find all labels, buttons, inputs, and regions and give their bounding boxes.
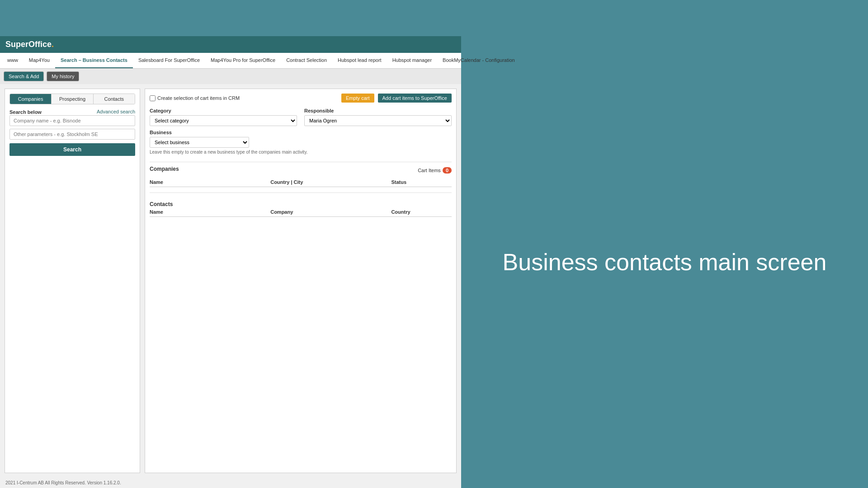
search-section-title: Search below: [9, 109, 42, 115]
responsible-select[interactable]: Maria Ogren: [304, 115, 452, 126]
responsible-label: Responsible: [304, 108, 452, 113]
logo-dot: .: [52, 40, 54, 49]
nav-tab-salesboard[interactable]: Salesboard For SuperOffice: [133, 53, 205, 68]
business-label: Business: [150, 130, 452, 135]
add-to-crm-button[interactable]: Add cart items to SuperOffice: [378, 94, 452, 103]
contacts-col-country: Country: [391, 209, 452, 215]
tab-companies[interactable]: Companies: [10, 94, 52, 104]
empty-cart-button[interactable]: Empty cart: [341, 94, 374, 103]
cart-checkbox[interactable]: [150, 95, 156, 101]
cart-items-row: Companies Cart Items 0: [150, 166, 452, 175]
nav-tab-hubspot-manager[interactable]: Hubspot manager: [387, 53, 437, 68]
business-section: Business Select business Leave this empt…: [150, 130, 452, 155]
contacts-table-header: Name Company Country: [150, 207, 452, 217]
category-filter: Category Select category: [150, 108, 297, 126]
companies-col-status: Status: [391, 179, 452, 185]
companies-table-header: Name Country | City Status: [150, 178, 452, 187]
nav-tab-map4you-pro[interactable]: Map4You Pro for SuperOffice: [205, 53, 281, 68]
nav-tab-hubspot-lead[interactable]: Hubspot lead report: [332, 53, 387, 68]
business-select[interactable]: Select business: [150, 137, 249, 148]
nav-tab-www[interactable]: www: [2, 53, 24, 68]
tab-prospecting[interactable]: Prospecting: [52, 94, 93, 104]
responsible-filter: Responsible Maria Ogren: [304, 108, 452, 126]
results-panel: Create selection of cart items in CRM Em…: [145, 89, 457, 473]
contacts-col-company: Company: [270, 209, 391, 215]
nav-tab-map4you[interactable]: Map4You: [24, 53, 55, 68]
nav-tab-contract[interactable]: Contract Selection: [281, 53, 332, 68]
contacts-title: Contacts: [150, 201, 173, 207]
search-add-button[interactable]: Search & Add: [4, 71, 44, 81]
search-inputs: [9, 115, 135, 140]
cart-bar: Create selection of cart items in CRM Em…: [150, 94, 452, 103]
logo-text: SuperOffice: [5, 40, 52, 49]
search-panel: Companies Prospecting Contacts Search be…: [5, 89, 140, 473]
tab-contacts[interactable]: Contacts: [94, 94, 135, 104]
search-button[interactable]: Search: [9, 143, 135, 156]
divider-1: [150, 162, 452, 162]
footer-text: 2021 I-Centrum AB All Rights Reserved. V…: [5, 480, 121, 485]
business-hint: Leave this empty to create a new busines…: [150, 150, 452, 155]
companies-col-country-city: Country | City: [270, 179, 391, 185]
contacts-col-name: Name: [150, 209, 270, 215]
filter-section: Category Select category Responsible Mar…: [150, 108, 452, 126]
category-label: Category: [150, 108, 297, 113]
search-tabs: Companies Prospecting Contacts: [9, 94, 135, 104]
company-name-input[interactable]: [9, 115, 135, 126]
nav-tabs: www Map4You Search – Business Contacts S…: [0, 53, 461, 69]
companies-col-name: Name: [150, 179, 270, 185]
cart-label-text: Create selection of cart items in CRM: [157, 95, 240, 101]
contacts-section: Contacts Name Company Country: [150, 201, 452, 219]
app-logo: SuperOffice.: [5, 40, 54, 49]
annotation-text: Business contacts main screen: [503, 248, 827, 276]
cart-checkbox-label[interactable]: Create selection of cart items in CRM: [150, 95, 338, 101]
footer: 2021 I-Centrum AB All Rights Reserved. V…: [0, 478, 461, 488]
companies-section: Companies Cart Items 0 Name Country | Ci…: [150, 166, 452, 189]
cart-items-badge: 0: [443, 167, 452, 174]
divider-2: [150, 192, 452, 193]
nav-tab-search-business[interactable]: Search – Business Contacts: [55, 53, 133, 68]
content-area: Companies Prospecting Contacts Search be…: [0, 84, 461, 478]
advanced-search-link[interactable]: Advanced search: [97, 109, 135, 114]
other-params-input[interactable]: [9, 129, 135, 140]
action-bar: Search & Add My history: [0, 69, 461, 84]
companies-title: Companies: [150, 166, 179, 172]
annotation-panel: Business contacts main screen: [461, 36, 868, 488]
header-bar: SuperOffice.: [0, 36, 461, 53]
my-history-button[interactable]: My history: [47, 71, 79, 81]
category-select[interactable]: Select category: [150, 115, 297, 126]
cart-items-label: Cart Items: [418, 168, 441, 173]
